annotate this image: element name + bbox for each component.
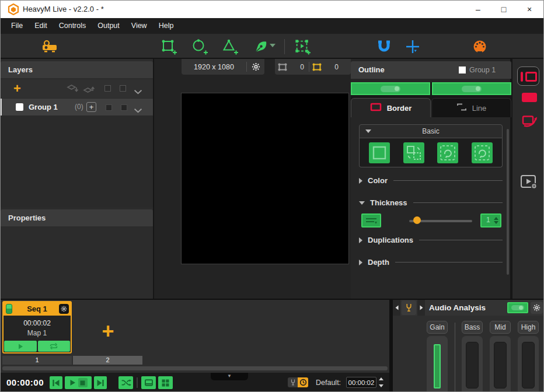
skip-to-end-button[interactable]: [94, 376, 107, 389]
group-blackout-toggle[interactable]: [106, 104, 112, 111]
line-tab-icon: [456, 103, 467, 113]
meter-mid-track[interactable]: [490, 336, 511, 392]
skip-to-start-button[interactable]: [50, 376, 62, 389]
sequencer-scrollbar[interactable]: [2, 366, 388, 370]
layer-group-row[interactable]: Group 1 (0) +: [1, 99, 153, 116]
fill-effect-button[interactable]: [522, 93, 537, 102]
menu-output[interactable]: Output: [92, 18, 125, 34]
move-layer-up-icon[interactable]: [83, 84, 96, 96]
group-chevron-down-icon[interactable]: [134, 105, 142, 116]
meter-high-track[interactable]: [518, 336, 539, 392]
magnet-snap-icon[interactable]: [376, 38, 392, 55]
beat-mode-toggle[interactable]: [288, 377, 298, 387]
default-duration-input[interactable]: [346, 377, 376, 388]
resolution-settings-icon[interactable]: [247, 62, 264, 71]
pen-tool-dropdown-icon[interactable]: [270, 44, 277, 50]
pen-tool-icon[interactable]: [253, 38, 269, 55]
sequence-play-button[interactable]: [4, 341, 37, 352]
sequence-loop-button[interactable]: [38, 341, 71, 352]
resolution-box[interactable]: 1920 x 1080: [182, 59, 264, 75]
stage-area: 1920 x 1080 0 0: [154, 59, 351, 299]
thickness-slider-knob[interactable]: [413, 216, 421, 224]
meter-gain-track[interactable]: [427, 336, 448, 392]
collapse-panel-handle[interactable]: ▼: [211, 373, 248, 380]
sequence-card[interactable]: Seq 1 00:00:02 Map 1: [2, 301, 72, 354]
output-window-button[interactable]: [141, 376, 156, 389]
add-sequence-button[interactable]: +: [97, 318, 118, 344]
border-enable-toggle[interactable]: [351, 82, 430, 95]
add-shape-to-group-button[interactable]: +: [86, 102, 96, 112]
spinner-down-icon[interactable]: [494, 221, 498, 224]
section-depth[interactable]: Depth: [359, 257, 503, 267]
group-solo-toggle[interactable]: [121, 104, 127, 111]
player-settings-button[interactable]: [520, 174, 538, 190]
menu-file[interactable]: File: [5, 18, 29, 34]
maximize-button[interactable]: □: [491, 1, 517, 18]
close-button[interactable]: ×: [517, 1, 542, 18]
meter-gain-slider[interactable]: [434, 344, 441, 388]
default-duration-spinner[interactable]: [379, 377, 385, 388]
thickness-value-input[interactable]: 1: [480, 214, 501, 228]
solo-all-toggle[interactable]: [120, 85, 126, 92]
group-color-swatch[interactable]: [16, 103, 23, 111]
add-layer-button[interactable]: +: [13, 80, 21, 97]
audio-analysis-toggle[interactable]: [507, 302, 528, 313]
add-triangle-icon[interactable]: [222, 38, 238, 55]
collapse-right-icon[interactable]: [417, 300, 425, 316]
sequence-track-2[interactable]: 2: [73, 356, 142, 365]
menu-help[interactable]: Help: [153, 18, 180, 34]
group-name[interactable]: Group 1: [29, 99, 58, 116]
panel-scrollbar[interactable]: [507, 129, 509, 275]
layers-toolbar: +: [1, 79, 153, 98]
time-mode-toggle[interactable]: [298, 377, 308, 387]
menu-bar: File Edit Controls Output View Help: [1, 18, 544, 34]
spinner-down-icon[interactable]: [379, 384, 383, 387]
shuffle-button[interactable]: [118, 376, 133, 389]
add-quad-icon[interactable]: [161, 38, 177, 55]
line-enable-toggle[interactable]: [432, 82, 511, 95]
section-color[interactable]: Color: [359, 176, 503, 186]
section-thickness[interactable]: Thickness: [359, 198, 503, 208]
preset-rotate-border-2[interactable]: [472, 142, 493, 163]
section-duplications[interactable]: Duplications: [359, 235, 503, 245]
spinner-up-icon[interactable]: [494, 217, 498, 220]
window-title: HeavyM Live - v2.2.0 - *: [23, 1, 104, 18]
chevron-down-icon[interactable]: [134, 86, 142, 97]
meter-high-slider[interactable]: [522, 342, 535, 388]
add-circle-icon[interactable]: [191, 38, 208, 55]
play-stop-button[interactable]: [65, 376, 92, 389]
sequence-settings-button[interactable]: [59, 304, 69, 314]
projection-canvas[interactable]: [181, 93, 349, 264]
section-rule: [395, 262, 503, 262]
menu-view[interactable]: View: [125, 18, 153, 34]
preset-group-header[interactable]: Basic: [359, 124, 503, 138]
preset-rotate-border-1[interactable]: [437, 142, 458, 163]
titlebar: HeavyM Live - v2.2.0 - * – □ ×: [1, 1, 544, 18]
preset-move-border[interactable]: [403, 142, 424, 163]
midi-connector-icon[interactable]: [472, 38, 488, 55]
meter-mid-slider[interactable]: [494, 342, 507, 388]
menu-controls[interactable]: Controls: [53, 18, 92, 34]
audio-settings-button[interactable]: [531, 302, 543, 314]
menu-edit[interactable]: Edit: [29, 18, 53, 34]
spinner-up-icon[interactable]: [379, 377, 383, 380]
tab-line[interactable]: Line: [431, 98, 511, 117]
sequence-track-1[interactable]: 1: [2, 356, 72, 365]
collapse-left-icon[interactable]: [393, 300, 400, 316]
move-layer-down-icon[interactable]: [67, 84, 79, 96]
minimize-button[interactable]: –: [465, 1, 491, 18]
blackout-all-toggle[interactable]: [104, 85, 111, 92]
projector-output-icon[interactable]: [41, 38, 58, 55]
outline-effect-button-selected[interactable]: [517, 66, 539, 86]
beat-detection-icon[interactable]: [402, 300, 416, 315]
add-group-icon[interactable]: [294, 38, 311, 55]
meter-bass-slider[interactable]: [466, 342, 479, 388]
snap-cross-icon[interactable]: [404, 38, 421, 55]
grid-view-button[interactable]: [158, 376, 173, 389]
stop-icon[interactable]: [78, 378, 88, 387]
animation-effect-button[interactable]: [521, 112, 538, 128]
preset-static-border[interactable]: [369, 142, 390, 163]
thickness-unit-dropdown[interactable]: [361, 214, 381, 228]
tab-border[interactable]: Border: [351, 98, 431, 117]
meter-bass-track[interactable]: [462, 336, 483, 392]
